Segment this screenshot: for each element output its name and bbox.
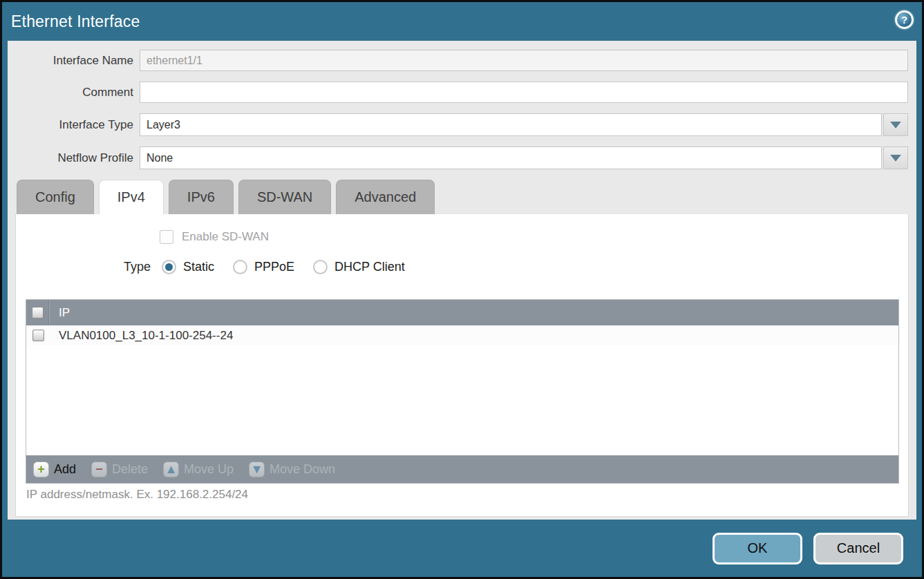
interface-type-dropdown-button[interactable]: [883, 113, 908, 136]
dialog-titlebar: Ethernet Interface ?: [2, 2, 922, 41]
dialog-footer: OK Cancel: [2, 520, 922, 577]
enable-sdwan-row: Enable SD-WAN: [160, 214, 908, 244]
ethernet-interface-dialog: Ethernet Interface ? Interface Name Comm…: [0, 0, 924, 579]
minus-icon: −: [91, 462, 107, 477]
ipv4-tab-panel: Enable SD-WAN Type Static PPPoE DHCP Cli…: [15, 214, 909, 517]
add-button[interactable]: + Add: [33, 462, 76, 477]
enable-sdwan-checkbox[interactable]: [160, 230, 173, 244]
type-radio-group: Type Static PPPoE DHCP Client: [123, 260, 908, 274]
radio-icon: [233, 260, 247, 274]
comment-label: Comment: [8, 86, 140, 99]
dialog-title: Ethernet Interface: [11, 12, 140, 31]
type-label: Type: [123, 260, 151, 274]
move-down-button[interactable]: ▼ Move Down: [249, 462, 335, 477]
comment-field[interactable]: [140, 82, 908, 103]
enable-sdwan-label: Enable SD-WAN: [182, 230, 269, 244]
table-row[interactable]: VLAN0100_L3_10-1-100-254--24: [26, 325, 898, 345]
interface-type-row: Interface Type: [8, 113, 916, 136]
chevron-down-icon: [890, 122, 901, 129]
ip-column-header: IP: [50, 306, 70, 320]
radio-dhcp-label: DHCP Client: [334, 260, 405, 274]
interface-type-label: Interface Type: [8, 118, 140, 132]
interface-name-field: [140, 50, 908, 71]
ok-button[interactable]: OK: [713, 533, 802, 564]
chevron-down-icon: [890, 155, 901, 162]
interface-name-row: Interface Name: [8, 50, 916, 71]
help-icon[interactable]: ?: [895, 10, 914, 29]
cancel-button[interactable]: Cancel: [813, 533, 903, 564]
comment-row: Comment: [8, 82, 916, 103]
ip-address-table: IP VLAN0100_L3_10-1-100-254--24 + Add: [26, 299, 899, 484]
interface-type-field[interactable]: [140, 113, 882, 136]
netflow-profile-field[interactable]: [140, 146, 882, 169]
arrow-down-icon: ▼: [249, 462, 265, 477]
radio-icon: [162, 260, 176, 274]
select-all-checkbox[interactable]: [32, 307, 44, 319]
table-toolbar: + Add − Delete ▲ Move Up ▼ Move Down: [26, 455, 898, 483]
tab-sdwan[interactable]: SD-WAN: [238, 180, 331, 214]
radio-dhcp-client[interactable]: DHCP Client: [313, 260, 405, 274]
tab-config[interactable]: Config: [17, 180, 94, 214]
row-checkbox[interactable]: [32, 330, 44, 341]
tab-ipv4[interactable]: IPv4: [99, 180, 164, 214]
ip-format-hint: IP address/netmask. Ex. 192.168.2.254/24: [26, 488, 248, 502]
netflow-profile-label: Netflow Profile: [8, 151, 140, 165]
arrow-up-icon: ▲: [163, 462, 179, 477]
tab-bar: Config IPv4 IPv6 SD-WAN Advanced: [8, 180, 916, 214]
tab-ipv6[interactable]: IPv6: [169, 180, 234, 214]
netflow-profile-row: Netflow Profile: [8, 146, 916, 169]
ip-table-body: VLAN0100_L3_10-1-100-254--24: [26, 325, 898, 455]
radio-static[interactable]: Static: [162, 260, 214, 274]
ip-address-value: VLAN0100_L3_10-1-100-254--24: [50, 329, 233, 343]
delete-button[interactable]: − Delete: [91, 462, 148, 477]
dialog-body: Interface Name Comment Interface Type Ne…: [8, 41, 916, 520]
netflow-profile-dropdown-button[interactable]: [883, 146, 908, 169]
plus-icon: +: [33, 462, 49, 477]
interface-name-label: Interface Name: [8, 54, 140, 68]
tab-advanced[interactable]: Advanced: [336, 180, 435, 214]
radio-icon: [313, 260, 328, 274]
radio-pppoe-label: PPPoE: [254, 260, 294, 274]
radio-static-label: Static: [183, 260, 214, 274]
radio-pppoe[interactable]: PPPoE: [233, 260, 294, 274]
move-up-button[interactable]: ▲ Move Up: [163, 462, 234, 477]
ip-table-header: IP: [26, 300, 898, 325]
